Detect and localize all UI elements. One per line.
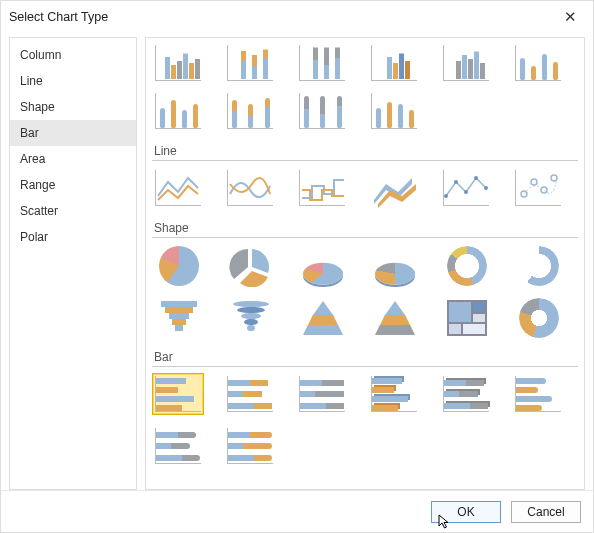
thumb-pyramid-2d[interactable] [296,296,348,338]
chart-gallery[interactable]: Line [146,38,584,489]
close-icon[interactable]: ✕ [556,4,585,30]
sidebar-item-shape[interactable]: Shape [10,94,136,120]
sidebar-item-polar[interactable]: Polar [10,224,136,250]
svg-point-8 [531,179,537,185]
svg-point-3 [454,180,458,184]
thumb-donut[interactable] [440,244,492,286]
thumb-cylinder-clustered[interactable] [512,42,564,84]
thumb-line-basic[interactable] [152,167,204,209]
ok-button[interactable]: OK [431,501,501,523]
sidebar-item-line[interactable]: Line [10,68,136,94]
thumb-bar-cylinder-stacked[interactable] [152,425,204,467]
svg-point-4 [464,190,468,194]
thumb-bar-cylinder-clustered[interactable] [512,373,564,415]
thumb-funnel-3d[interactable] [224,296,276,338]
thumb-funnel[interactable] [152,296,204,338]
dialog-select-chart-type: Select Chart Type ✕ Column Line Shape Ba… [0,0,594,533]
sidebar-item-range[interactable]: Range [10,172,136,198]
thumb-bar-stacked-2d[interactable] [224,373,276,415]
thumb-pyramid-3d[interactable] [368,296,420,338]
category-sidebar: Column Line Shape Bar Area Range Scatter… [9,37,137,490]
thumb-pie-3d-exploded[interactable] [368,244,420,286]
window-title: Select Chart Type [9,10,108,24]
sidebar-item-scatter[interactable]: Scatter [10,198,136,224]
dialog-footer: OK Cancel [1,490,593,532]
section-label-shape: Shape [152,215,578,238]
svg-point-5 [474,176,478,180]
thumb-pie-exploded[interactable] [224,244,276,286]
thumb-sunburst[interactable] [512,296,564,338]
thumb-column-3d-100stacked[interactable] [296,42,348,84]
sidebar-item-column[interactable]: Column [10,42,136,68]
thumb-bar-stacked-3d[interactable] [440,373,492,415]
thumb-half-donut[interactable] [512,244,564,286]
svg-marker-0 [374,178,412,204]
thumb-bar-100stacked-2d[interactable] [296,373,348,415]
thumb-column-3d-multi[interactable] [440,42,492,84]
svg-point-2 [444,194,448,198]
sidebar-item-bar[interactable]: Bar [10,120,136,146]
cancel-button[interactable]: Cancel [511,501,581,523]
thumb-bar-clustered-2d[interactable] [152,373,204,415]
thumb-pie-2d[interactable] [152,244,204,286]
thumb-bar-clustered-3d[interactable] [368,373,420,415]
section-label-line: Line [152,138,578,161]
svg-point-6 [484,186,488,190]
thumb-line-markers[interactable] [440,167,492,209]
thumb-cylinder-100stacked[interactable] [296,90,348,132]
thumb-bar-cylinder-100stacked[interactable] [224,425,276,467]
thumb-pie-3d[interactable] [296,244,348,286]
thumb-cylinder-stacked[interactable] [224,90,276,132]
thumb-line-step[interactable] [296,167,348,209]
thumb-column-3d-stacked[interactable] [224,42,276,84]
thumb-column-3d-perspective[interactable] [368,42,420,84]
thumb-line-smooth[interactable] [224,167,276,209]
titlebar: Select Chart Type ✕ [1,1,593,33]
thumb-cylinder-3d[interactable] [368,90,420,132]
thumb-scatter-markers[interactable] [512,167,564,209]
sidebar-item-area[interactable]: Area [10,146,136,172]
thumb-line-3d[interactable] [368,167,420,209]
thumb-column-3d-clustered[interactable] [152,42,204,84]
thumb-cylinder-grouped[interactable] [152,90,204,132]
thumb-treemap[interactable] [440,296,492,338]
svg-point-10 [551,175,557,181]
section-label-bar: Bar [152,344,578,367]
